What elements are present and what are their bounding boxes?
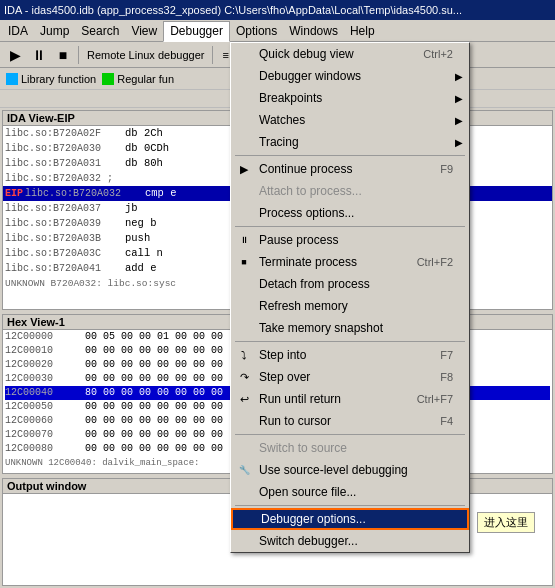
menu-view[interactable]: View — [125, 22, 163, 40]
debugger-dropdown: Quick debug view Ctrl+2 Debugger windows… — [230, 42, 470, 553]
menu-sep-2 — [235, 226, 465, 227]
menu-debugger[interactable]: Debugger — [163, 21, 230, 42]
tooltip: 进入这里 — [477, 512, 535, 533]
title-bar: IDA - idas4500.idb (app_process32_xposed… — [0, 0, 555, 20]
source-level-icon: 🔧 — [235, 461, 253, 479]
remote-debugger-label: Remote Linux debugger — [83, 49, 208, 61]
menu-attach-process: Attach to process... — [231, 180, 469, 202]
step-over-icon: ↷ — [235, 368, 253, 386]
menu-debugger-windows[interactable]: Debugger windows ▶ — [231, 65, 469, 87]
menu-sep-5 — [235, 505, 465, 506]
menu-continue-process[interactable]: ▶ Continue process F9 — [231, 158, 469, 180]
menu-step-over[interactable]: ↷ Step over F8 — [231, 366, 469, 388]
step-into-icon: ⤵ — [235, 346, 253, 364]
menu-sep-1 — [235, 155, 465, 156]
menu-run-to-cursor[interactable]: Run to cursor F4 — [231, 410, 469, 432]
library-color — [6, 73, 18, 85]
menu-memory-snapshot[interactable]: Take memory snapshot — [231, 317, 469, 339]
menu-jump[interactable]: Jump — [34, 22, 75, 40]
menu-detach-process[interactable]: Detach from process — [231, 273, 469, 295]
library-function-badge: Library function — [6, 73, 96, 85]
toolbar-play-btn[interactable]: ▶ — [4, 44, 26, 66]
debugger-menu: Quick debug view Ctrl+2 Debugger windows… — [230, 42, 470, 553]
menu-ida[interactable]: IDA — [2, 22, 34, 40]
menu-windows[interactable]: Windows — [283, 22, 344, 40]
continue-icon: ▶ — [235, 160, 253, 178]
menu-process-options[interactable]: Process options... — [231, 202, 469, 224]
menu-watches[interactable]: Watches ▶ — [231, 109, 469, 131]
menu-pause-process[interactable]: ⏸ Pause process — [231, 229, 469, 251]
menu-switch-debugger[interactable]: Switch debugger... — [231, 530, 469, 552]
regular-function-badge: Regular fun — [102, 73, 174, 85]
menu-sep-4 — [235, 434, 465, 435]
menu-open-source-file[interactable]: Open source file... — [231, 481, 469, 503]
tooltip-text: 进入这里 — [484, 516, 528, 528]
regular-function-label: Regular fun — [117, 73, 174, 85]
menu-terminate-process[interactable]: ■ Terminate process Ctrl+F2 — [231, 251, 469, 273]
eip-marker: EIP — [5, 186, 23, 201]
menu-run-until-return[interactable]: ↩ Run until return Ctrl+F7 — [231, 388, 469, 410]
menu-bar: IDA Jump Search View Debugger Options Wi… — [0, 20, 555, 42]
regular-color — [102, 73, 114, 85]
run-return-icon: ↩ — [235, 390, 253, 408]
menu-use-source-level[interactable]: 🔧 Use source-level debugging — [231, 459, 469, 481]
menu-options[interactable]: Options — [230, 22, 283, 40]
menu-step-into[interactable]: ⤵ Step into F7 — [231, 344, 469, 366]
menu-search[interactable]: Search — [75, 22, 125, 40]
toolbar-stop-btn[interactable]: ■ — [52, 44, 74, 66]
terminate-icon: ■ — [235, 253, 253, 271]
library-function-label: Library function — [21, 73, 96, 85]
title-text: IDA - idas4500.idb (app_process32_xposed… — [4, 4, 462, 16]
menu-help[interactable]: Help — [344, 22, 381, 40]
menu-breakpoints[interactable]: Breakpoints ▶ — [231, 87, 469, 109]
pause-icon: ⏸ — [235, 231, 253, 249]
toolbar-pause-btn[interactable]: ⏸ — [28, 44, 50, 66]
toolbar-sep-1 — [78, 46, 79, 64]
menu-tracing[interactable]: Tracing ▶ — [231, 131, 469, 153]
menu-sep-3 — [235, 341, 465, 342]
toolbar-sep-2 — [212, 46, 213, 64]
menu-quick-debug-view[interactable]: Quick debug view Ctrl+2 — [231, 43, 469, 65]
menu-refresh-memory[interactable]: Refresh memory — [231, 295, 469, 317]
menu-switch-to-source: Switch to source — [231, 437, 469, 459]
debugger-options-label: Debugger options... — [261, 512, 366, 526]
menu-debugger-options[interactable]: Debugger options... — [231, 508, 469, 530]
